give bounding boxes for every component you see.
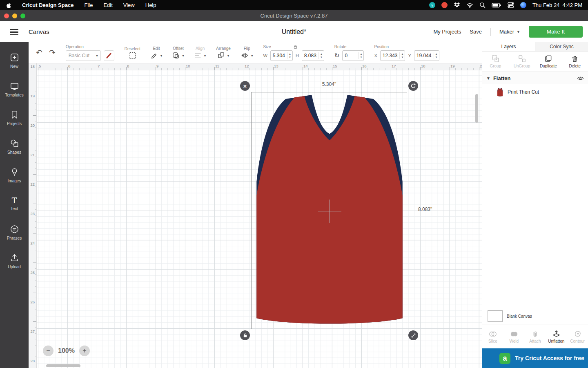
height-input[interactable]: 8.083 ▲▼ xyxy=(302,50,324,61)
cricut-access-banner[interactable]: a Try Cricut Access for free xyxy=(482,348,588,368)
menu-file[interactable]: File xyxy=(84,2,93,8)
sidebar-item-shapes[interactable]: Shapes xyxy=(0,132,29,161)
menu-edit[interactable]: Edit xyxy=(103,2,112,8)
attach-button[interactable]: Attach xyxy=(525,325,546,348)
selection-box[interactable]: 5.304" 8.083" × xyxy=(251,92,407,329)
chevron-down-icon[interactable]: ▼ xyxy=(486,76,490,81)
menubar-app-icon-red[interactable] xyxy=(441,2,448,8)
horizontal-scrollbar[interactable] xyxy=(46,364,80,367)
phrases-icon xyxy=(10,224,19,234)
sidebar-item-images[interactable]: Images xyxy=(0,161,29,189)
chevron-down-icon: ▾ xyxy=(227,54,229,58)
sidebar-item-upload[interactable]: Upload xyxy=(0,247,29,275)
zoom-out-button[interactable]: − xyxy=(43,346,53,356)
operation-select[interactable]: Basic Cut▾ xyxy=(66,50,101,61)
blank-canvas-row: Blank Canvas xyxy=(482,307,588,325)
size-lock-icon[interactable] xyxy=(293,45,298,49)
sidebar-item-text[interactable]: T Text xyxy=(0,189,29,218)
menu-help[interactable]: Help xyxy=(145,2,156,8)
minimize-window-button[interactable] xyxy=(12,13,17,18)
weld-button[interactable]: Weld xyxy=(503,325,525,348)
wifi-icon[interactable] xyxy=(466,2,473,9)
sidebar-item-projects[interactable]: Projects xyxy=(0,103,29,132)
pos-x-step-down[interactable]: ▼ xyxy=(400,56,405,59)
control-center-icon[interactable] xyxy=(508,2,514,9)
width-step-up[interactable]: ▲ xyxy=(287,52,292,56)
save-link[interactable]: Save xyxy=(470,29,482,35)
operation-color-swatch[interactable] xyxy=(104,50,114,61)
zoom-window-button[interactable] xyxy=(20,13,25,18)
siri-icon[interactable] xyxy=(520,2,526,8)
sidebar-item-templates[interactable]: Templates xyxy=(0,75,29,103)
my-projects-link[interactable]: My Projects xyxy=(433,29,461,35)
tab-layers[interactable]: Layers xyxy=(482,42,535,51)
resize-selection-handle[interactable] xyxy=(408,330,418,340)
tab-color-sync[interactable]: Color Sync xyxy=(535,42,588,51)
close-window-button[interactable] xyxy=(4,13,9,18)
lock-selection-handle[interactable] xyxy=(240,330,250,340)
machine-select[interactable]: Maker ▼ xyxy=(499,29,520,35)
blank-canvas-swatch[interactable] xyxy=(488,310,503,322)
visibility-eye-icon[interactable] xyxy=(577,76,584,81)
rotate-step-up[interactable]: ▲ xyxy=(359,52,363,56)
app-header: Canvas Untitled* My Projects Save Maker … xyxy=(0,21,588,42)
make-it-button[interactable]: Make It xyxy=(529,26,583,38)
duplicate-button[interactable]: Duplicate xyxy=(535,52,562,72)
layer-group-flatten[interactable]: ▼ Flatten xyxy=(482,72,588,84)
zoom-in-button[interactable]: + xyxy=(79,346,90,356)
pos-x-step-up[interactable]: ▲ xyxy=(400,52,405,56)
position-x-input[interactable]: 12.343 ▲▼ xyxy=(380,50,405,61)
redo-icon[interactable]: ↷ xyxy=(49,48,56,57)
slice-button[interactable]: Slice xyxy=(482,325,503,348)
delete-selection-handle[interactable]: × xyxy=(240,81,250,91)
canvas-area: 567891011121314151617181920 181920212223… xyxy=(29,63,482,368)
pocket-icon[interactable]: v xyxy=(429,2,435,8)
size-group: Size W 5.304 ▲▼ H 8.083 ▲▼ xyxy=(263,45,324,61)
pos-y-step-down[interactable]: ▼ xyxy=(434,56,439,59)
menubar-clock[interactable]: Thu Feb 24 4:42 PM xyxy=(532,2,582,8)
rotate-selection-handle[interactable] xyxy=(408,81,418,91)
edit-tool[interactable]: Edit ▾ xyxy=(151,46,163,59)
images-icon xyxy=(10,167,19,177)
canvas-page-label: Canvas xyxy=(29,21,49,42)
menu-view[interactable]: View xyxy=(123,2,135,8)
width-input[interactable]: 5.304 ▲▼ xyxy=(270,50,293,61)
menubar-app-name[interactable]: Cricut Design Space xyxy=(22,2,74,8)
apple-icon[interactable] xyxy=(6,2,11,9)
document-title[interactable]: Untitled* xyxy=(282,21,306,42)
width-step-down[interactable]: ▼ xyxy=(287,56,292,59)
rotate-step-down[interactable]: ▼ xyxy=(359,56,363,59)
selection-width-label: 5.304" xyxy=(322,81,336,87)
dropbox-icon[interactable] xyxy=(454,2,460,9)
sidebar-item-new[interactable]: New xyxy=(0,46,29,75)
ungroup-button[interactable]: UnGroup xyxy=(509,52,535,72)
rotate-icon[interactable]: ↻ xyxy=(334,52,340,59)
contour-button[interactable]: Contour xyxy=(567,325,588,348)
delete-button[interactable]: Delete xyxy=(561,52,588,72)
rotate-input[interactable]: 0 ▲▼ xyxy=(342,50,364,61)
offset-tool[interactable]: Offset ▾ xyxy=(172,46,184,59)
new-icon xyxy=(10,53,19,62)
hamburger-menu-icon[interactable] xyxy=(10,29,18,37)
group-button[interactable]: Group xyxy=(482,52,509,72)
layer-print-then-cut[interactable]: Print Then Cut xyxy=(482,84,588,100)
vertical-scrollbar[interactable] xyxy=(475,94,478,123)
arrange-icon xyxy=(218,52,225,59)
undo-icon[interactable]: ↶ xyxy=(36,48,42,57)
window-title: Cricut Design Space v7.2.87 xyxy=(261,13,328,19)
position-y-input[interactable]: 19.044 ▲▼ xyxy=(414,50,439,61)
deselect-tool[interactable]: Deselect xyxy=(125,47,140,59)
pos-y-step-up[interactable]: ▲ xyxy=(434,52,439,56)
sidebar-item-phrases[interactable]: Phrases xyxy=(0,218,29,247)
resize-handle-icon xyxy=(411,333,416,338)
spotlight-icon[interactable] xyxy=(479,2,486,9)
flip-tool[interactable]: Flip ▾ xyxy=(241,46,253,59)
height-step-up[interactable]: ▲ xyxy=(319,52,324,56)
operation-group: Operation Basic Cut▾ xyxy=(66,45,114,61)
arrange-tool[interactable]: Arrange ▾ xyxy=(216,46,231,59)
battery-icon[interactable] xyxy=(492,2,501,9)
unflatten-button[interactable]: Unflatten xyxy=(546,325,567,348)
header-divider xyxy=(490,28,491,36)
align-tool[interactable]: Align ▾ xyxy=(194,46,206,59)
height-step-down[interactable]: ▼ xyxy=(319,56,324,59)
